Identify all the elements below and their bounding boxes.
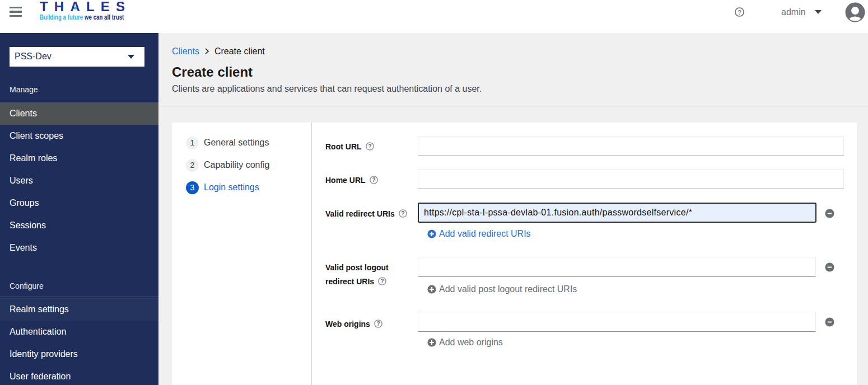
svg-text:?: ? xyxy=(381,278,384,284)
svg-text:?: ? xyxy=(401,210,404,217)
svg-text:?: ? xyxy=(376,321,380,327)
svg-text:?: ? xyxy=(368,143,371,149)
svg-text:?: ? xyxy=(738,9,741,16)
svg-text:?: ? xyxy=(372,177,375,183)
